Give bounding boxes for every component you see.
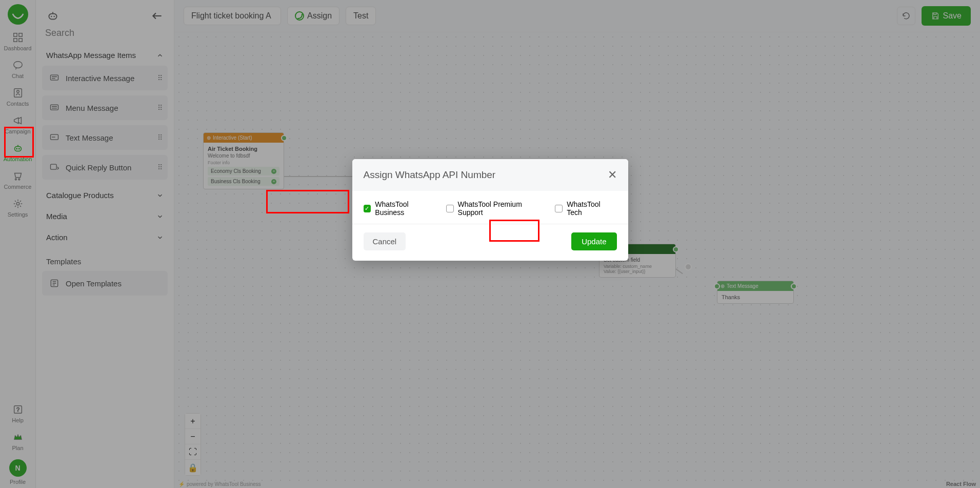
assign-modal: Assign WhatsApp API Number ✕ WhatsTool B… <box>352 159 628 261</box>
modal-title: Assign WhatsApp API Number <box>364 169 496 181</box>
close-button[interactable]: ✕ <box>608 168 617 182</box>
update-button[interactable]: Update <box>571 232 616 250</box>
checkbox-icon[interactable] <box>446 205 454 212</box>
option-whatstool-business[interactable]: WhatsTool Business <box>364 200 439 217</box>
modal-overlay[interactable]: Assign WhatsApp API Number ✕ WhatsTool B… <box>0 0 980 488</box>
cancel-button[interactable]: Cancel <box>364 232 406 250</box>
checkbox-icon[interactable] <box>555 205 563 212</box>
option-whatstool-premium[interactable]: WhatsTool Premium Support <box>446 200 548 217</box>
option-label: WhatsTool Business <box>375 200 438 217</box>
option-label: WhatsTool Tech <box>567 200 616 217</box>
checkbox-icon[interactable] <box>364 205 371 212</box>
option-label: WhatsTool Premium Support <box>458 200 548 217</box>
option-whatstool-tech[interactable]: WhatsTool Tech <box>555 200 616 217</box>
